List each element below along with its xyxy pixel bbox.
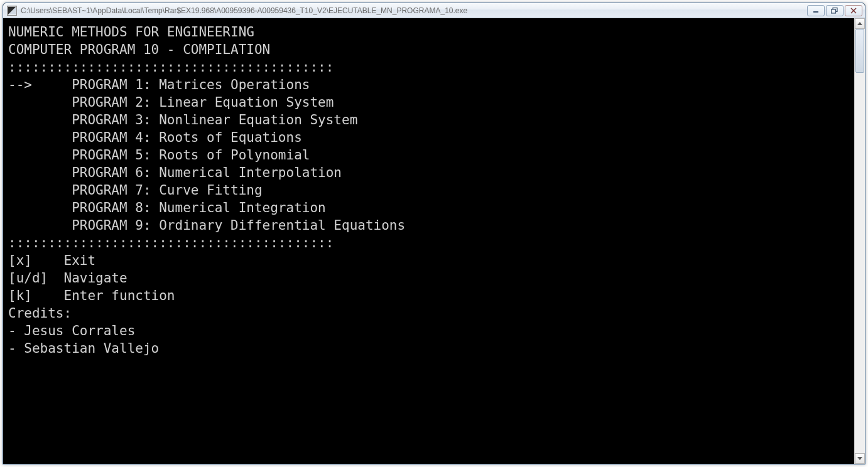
scrollbar-thumb[interactable]	[855, 29, 864, 73]
window-buttons	[807, 5, 862, 16]
separator-line: ::::::::::::::::::::::::::::::::::::::::…	[8, 58, 852, 76]
menu-item-5: PROGRAM 5: Roots of Polynomial	[8, 146, 852, 164]
svg-rect-0	[813, 11, 818, 13]
minimize-icon	[813, 8, 819, 13]
svg-rect-2	[832, 9, 836, 13]
window-title: C:\Users\SEBAST~1\AppData\Local\Temp\Rar…	[21, 6, 807, 15]
header-line-1: NUMERIC METHODS FOR ENGINEERING	[8, 23, 852, 41]
scroll-up-button[interactable]	[855, 18, 865, 29]
close-icon	[850, 8, 857, 14]
separator-line: ::::::::::::::::::::::::::::::::::::::::…	[8, 234, 852, 252]
app-icon	[7, 6, 17, 16]
chevron-down-icon	[857, 457, 862, 460]
credits-title: Credits:	[8, 304, 852, 322]
maximize-icon	[831, 8, 838, 14]
console-output[interactable]: NUMERIC METHODS FOR ENGINEERINGCOMPUTER …	[3, 18, 854, 464]
menu-item-1: --> PROGRAM 1: Matrices Operations	[8, 76, 852, 94]
control-hint-1: [x] Exit	[8, 252, 852, 269]
scroll-down-button[interactable]	[855, 453, 865, 464]
scrollbar-track[interactable]	[855, 29, 865, 453]
app-window: C:\Users\SEBAST~1\AppData\Local\Temp\Rar…	[3, 3, 865, 464]
menu-item-3: PROGRAM 3: Nonlinear Equation System	[8, 111, 852, 129]
menu-item-4: PROGRAM 4: Roots of Equations	[8, 129, 852, 146]
menu-item-7: PROGRAM 7: Curve Fitting	[8, 181, 852, 199]
menu-item-2: PROGRAM 2: Linear Equation System	[8, 94, 852, 111]
minimize-button[interactable]	[807, 5, 825, 16]
client-area: NUMERIC METHODS FOR ENGINEERINGCOMPUTER …	[3, 18, 865, 464]
menu-item-9: PROGRAM 9: Ordinary Differential Equatio…	[8, 217, 852, 234]
window-titlebar[interactable]: C:\Users\SEBAST~1\AppData\Local\Temp\Rar…	[3, 3, 865, 18]
credit-line-1: - Jesus Corrales	[8, 322, 852, 340]
control-hint-2: [u/d] Navigate	[8, 269, 852, 287]
menu-item-8: PROGRAM 8: Numerical Integration	[8, 199, 852, 217]
header-line-2: COMPUTER PROGRAM 10 - COMPILATION	[8, 41, 852, 58]
vertical-scrollbar[interactable]	[854, 18, 865, 464]
control-hint-3: [k] Enter function	[8, 287, 852, 304]
credit-line-2: - Sebastian Vallejo	[8, 340, 852, 357]
menu-item-6: PROGRAM 6: Numerical Interpolation	[8, 164, 852, 181]
close-button[interactable]	[845, 5, 862, 16]
chevron-up-icon	[857, 22, 862, 25]
maximize-button[interactable]	[826, 5, 844, 16]
